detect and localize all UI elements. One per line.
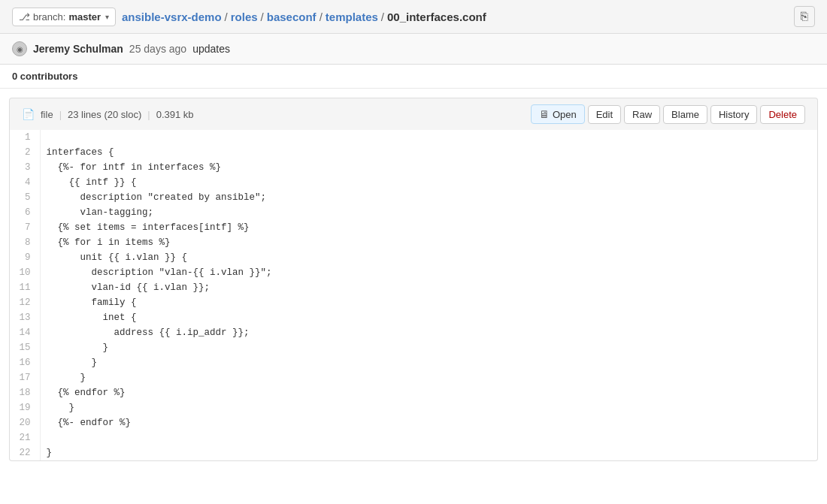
table-row: 6 vlan-tagging; <box>10 205 817 220</box>
line-number: 1 <box>10 130 40 145</box>
branch-label: branch: <box>33 11 65 23</box>
code-wrapper: 12interfaces {3 {%- for intf in interfac… <box>9 130 818 461</box>
table-row: 17 } <box>10 370 817 385</box>
open-button[interactable]: 🖥 Open <box>531 104 585 124</box>
line-code <box>40 130 817 145</box>
table-row: 3 {%- for intf in interfaces %} <box>10 160 817 175</box>
line-code: family { <box>40 295 817 310</box>
table-row: 8 {% for i in items %} <box>10 235 817 250</box>
file-size: 0.391 kb <box>156 109 194 120</box>
top-bar: ⎇ branch: master ▾ ansible-vsrx-demo / r… <box>0 0 827 34</box>
table-row: 15 } <box>10 340 817 355</box>
delete-button[interactable]: Delete <box>760 105 805 124</box>
commit-author: Jeremy Schulman <box>33 43 123 55</box>
line-code <box>40 430 817 445</box>
file-type: file <box>41 109 53 120</box>
line-number: 18 <box>10 385 40 400</box>
table-row: 20 {%- endfor %} <box>10 415 817 430</box>
commit-time: 25 days ago <box>129 43 186 55</box>
line-number: 22 <box>10 445 40 460</box>
avatar: ◉ <box>12 41 27 56</box>
line-number: 13 <box>10 310 40 325</box>
table-row: 22} <box>10 445 817 460</box>
table-row: 11 vlan-id {{ i.vlan }}; <box>10 280 817 295</box>
line-number: 15 <box>10 340 40 355</box>
branch-name: master <box>68 11 101 23</box>
line-code: {{ intf }} { <box>40 175 817 190</box>
contributors-label: contributors <box>20 71 78 82</box>
table-row: 19 } <box>10 400 817 415</box>
branch-selector[interactable]: ⎇ branch: master ▾ <box>12 8 116 26</box>
line-code: {% set items = interfaces[intf] %} <box>40 220 817 235</box>
breadcrumb-roles[interactable]: roles <box>231 11 258 23</box>
table-row: 18 {% endfor %} <box>10 385 817 400</box>
line-number: 20 <box>10 415 40 430</box>
line-code: {%- endfor %} <box>40 415 817 430</box>
contributors-count: 0 <box>12 71 17 82</box>
line-number: 16 <box>10 355 40 370</box>
line-number: 10 <box>10 265 40 280</box>
blame-button[interactable]: Blame <box>663 105 707 124</box>
table-row: 16 } <box>10 355 817 370</box>
line-number: 6 <box>10 205 40 220</box>
history-button[interactable]: History <box>710 105 757 124</box>
line-code: description "vlan-{{ i.vlan }}"; <box>40 265 817 280</box>
line-number: 19 <box>10 400 40 415</box>
table-row: 7 {% set items = interfaces[intf] %} <box>10 220 817 235</box>
table-row: 10 description "vlan-{{ i.vlan }}"; <box>10 265 817 280</box>
breadcrumb-repo[interactable]: ansible-vsrx-demo <box>122 11 222 23</box>
line-code: } <box>40 355 817 370</box>
dropdown-arrow-icon: ▾ <box>105 13 109 21</box>
line-code: description "created by ansible"; <box>40 190 817 205</box>
line-number: 12 <box>10 295 40 310</box>
table-row: 14 address {{ i.ip_addr }}; <box>10 325 817 340</box>
line-number: 21 <box>10 430 40 445</box>
code-table: 12interfaces {3 {%- for intf in interfac… <box>10 130 817 460</box>
table-row: 2interfaces { <box>10 145 817 160</box>
line-code: } <box>40 370 817 385</box>
line-code: address {{ i.ip_addr }}; <box>40 325 817 340</box>
table-row: 12 family { <box>10 295 817 310</box>
table-row: 9 unit {{ i.vlan }} { <box>10 250 817 265</box>
line-code: vlan-tagging; <box>40 205 817 220</box>
line-code: {% endfor %} <box>40 385 817 400</box>
line-code: {%- for intf in interfaces %} <box>40 160 817 175</box>
commit-bar: ◉ Jeremy Schulman 25 days ago updates <box>0 34 827 65</box>
line-number: 5 <box>10 190 40 205</box>
contributors-bar: 0 contributors <box>0 65 827 89</box>
table-row: 13 inet { <box>10 310 817 325</box>
line-number: 14 <box>10 325 40 340</box>
line-number: 4 <box>10 175 40 190</box>
file-meta: 📄 file | 23 lines (20 sloc) | 0.391 kb <box>22 108 531 120</box>
line-number: 11 <box>10 280 40 295</box>
breadcrumb-baseconf[interactable]: baseconf <box>267 11 317 23</box>
line-code: } <box>40 400 817 415</box>
line-number: 3 <box>10 160 40 175</box>
table-row: 1 <box>10 130 817 145</box>
commit-message: updates <box>192 43 230 55</box>
file-lines: 23 lines (20 sloc) <box>68 109 141 120</box>
raw-button[interactable]: Raw <box>624 105 660 124</box>
line-code: vlan-id {{ i.vlan }}; <box>40 280 817 295</box>
line-code: {% for i in items %} <box>40 235 817 250</box>
table-row: 4 {{ intf }} { <box>10 175 817 190</box>
copy-path-button[interactable]: ⎘ <box>794 6 815 27</box>
line-number: 2 <box>10 145 40 160</box>
branch-icon: ⎇ <box>19 11 30 23</box>
file-header: 📄 file | 23 lines (20 sloc) | 0.391 kb 🖥… <box>9 98 818 130</box>
line-number: 17 <box>10 370 40 385</box>
line-code: } <box>40 340 817 355</box>
line-code: unit {{ i.vlan }} { <box>40 250 817 265</box>
line-code: inet { <box>40 310 817 325</box>
monitor-icon: 🖥 <box>539 108 550 120</box>
breadcrumb: ansible-vsrx-demo / roles / baseconf / t… <box>122 11 788 23</box>
line-number: 8 <box>10 235 40 250</box>
file-actions: 🖥 Open Edit Raw Blame History Delete <box>531 104 805 124</box>
table-row: 21 <box>10 430 817 445</box>
line-code: interfaces { <box>40 145 817 160</box>
edit-button[interactable]: Edit <box>588 105 621 124</box>
file-doc-icon: 📄 <box>22 108 35 120</box>
breadcrumb-templates[interactable]: templates <box>326 11 378 23</box>
line-number: 7 <box>10 220 40 235</box>
breadcrumb-filename: 00_interfaces.conf <box>387 11 486 23</box>
